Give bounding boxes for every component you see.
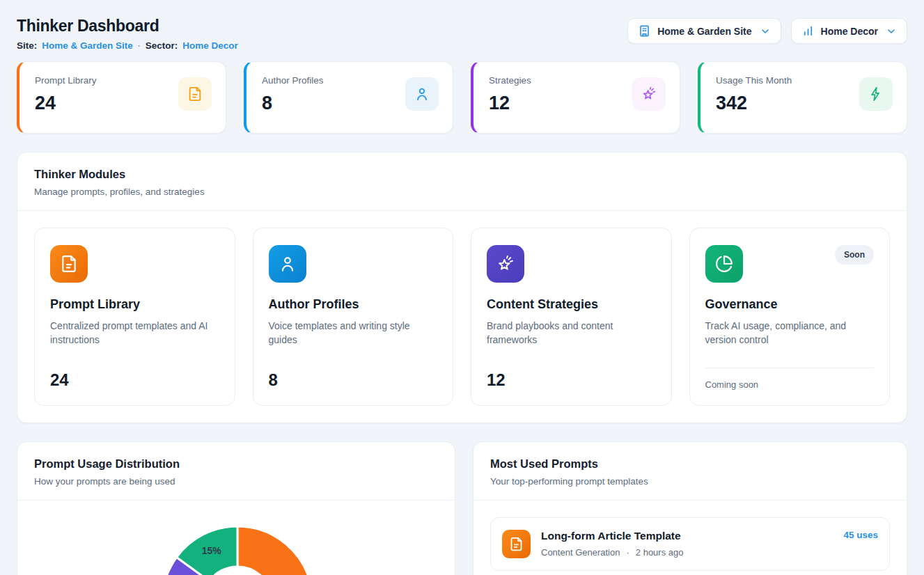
stats-row: Prompt Library 24 Author Profiles 8 Stra… [17,61,907,134]
module-icon-row [50,245,219,283]
stat-label: Strategies [489,75,531,86]
prompts-panel-header: Most Used Prompts Your top-performing pr… [473,442,907,500]
header-left: Thinker Dashboard Site: Home & Garden Si… [17,13,238,51]
module-description: Track AI usage, compliance, and version … [705,319,875,347]
module-description: Centralized prompt templates and AI inst… [50,319,219,347]
user-icon [269,245,306,283]
donut-slice[interactable] [237,526,313,575]
site-label: Site: [17,40,37,51]
prompt-category: Content Generation [541,547,620,558]
pie-chart-icon [705,245,743,283]
prompt-item-top: Long-form Article Template 45 uses [541,530,878,542]
usage-panel-title: Prompt Usage Distribution [34,457,438,471]
module-card-prompt-library[interactable]: Prompt Library Centralized prompt templa… [34,228,235,406]
usage-panel-body: 15% [17,500,455,575]
topbar: Thinker Dashboard Site: Home & Garden Si… [17,13,907,51]
chevron-down-icon [760,26,771,37]
module-title: Author Profiles [269,297,438,312]
soon-badge: Soon [835,245,874,265]
stat-label: Prompt Library [35,75,97,86]
sector-selector-value: Home Decor [821,26,878,37]
document-icon [178,77,212,111]
modules-panel-body: Prompt Library Centralized prompt templa… [17,210,907,423]
module-title: Prompt Library [50,297,219,312]
lightning-icon [859,77,893,111]
building-icon [638,24,651,38]
page-title: Thinker Dashboard [17,17,238,36]
site-selector-value: Home & Garden Site [657,26,751,37]
chevron-down-icon [886,26,897,37]
modules-panel: Thinker Modules Manage prompts, profiles… [17,152,907,423]
bar-chart-icon [801,24,815,38]
header-selectors: Home & Garden Site Home Decor [627,18,907,44]
breadcrumb-separator: · [138,41,141,51]
dashboard-page: Thinker Dashboard Site: Home & Garden Si… [0,0,924,575]
user-icon [405,77,439,111]
stat-label: Author Profiles [262,75,324,86]
stat-card-strategies: Strategies 12 [471,61,680,134]
module-description: Brand playbooks and content frameworks [487,319,656,347]
stat-value: 8 [262,93,324,114]
stat-value: 342 [716,93,792,114]
module-count: 24 [50,370,219,390]
prompt-meta-separator: · [626,547,629,558]
donut-slice-label: 15% [202,545,222,556]
stat-card-prompt-library: Prompt Library 24 [17,61,226,134]
modules-panel-title: Thinker Modules [34,168,890,181]
star-burst-icon [632,77,666,111]
sector-link[interactable]: Home Decor [182,40,238,51]
stat-text: Author Profiles 8 [262,75,324,133]
prompts-panel-subtitle: Your top-performing prompt templates [490,476,890,487]
stat-text: Strategies 12 [489,75,531,133]
prompts-panel-body: Long-form Article Template 45 uses Conte… [473,500,907,575]
prompt-item-main: Long-form Article Template 45 uses Conte… [541,530,878,558]
prompt-title: Long-form Article Template [541,530,681,542]
stat-text: Usage This Month 342 [716,75,792,133]
document-icon [502,530,531,558]
module-icon-row [269,245,438,283]
prompt-time: 2 hours ago [636,547,684,558]
module-count: 12 [487,370,656,390]
module-card-governance[interactable]: Soon Governance Track AI usage, complian… [689,228,891,406]
site-link[interactable]: Home & Garden Site [42,40,133,51]
prompt-meta: Content Generation · 2 hours ago [541,547,878,558]
star-burst-icon [487,245,524,283]
module-card-content-strategies[interactable]: Content Strategies Brand playbooks and c… [471,228,672,406]
module-title: Content Strategies [487,297,656,312]
breadcrumb: Site: Home & Garden Site · Sector: Home … [17,40,238,51]
most-used-prompts-panel: Most Used Prompts Your top-performing pr… [473,441,907,575]
modules-grid: Prompt Library Centralized prompt templa… [17,211,907,423]
prompt-uses-count: 45 uses [843,530,878,540]
usage-panel-subtitle: How your prompts are being used [34,476,438,487]
module-coming-soon: Coming soon [705,368,875,390]
module-count: 8 [269,370,438,390]
prompt-list-item[interactable]: Long-form Article Template 45 uses Conte… [490,517,890,571]
prompts-panel-title: Most Used Prompts [490,457,890,471]
module-description: Voice templates and writing style guides [269,319,438,347]
modules-panel-subtitle: Manage prompts, profiles, and strategies [34,187,890,197]
document-icon [50,245,88,283]
sector-selector-button[interactable]: Home Decor [791,18,907,44]
stat-card-author-profiles: Author Profiles 8 [244,61,453,134]
stat-value: 24 [35,93,97,114]
module-icon-row: Soon [705,245,875,283]
usage-panel-header: Prompt Usage Distribution How your promp… [17,442,455,500]
module-icon-row [487,245,656,283]
usage-donut-chart: 15% [34,502,439,575]
module-title: Governance [705,297,875,312]
usage-distribution-panel: Prompt Usage Distribution How your promp… [17,441,455,575]
sector-label: Sector: [146,40,178,51]
stat-card-usage: Usage This Month 342 [698,61,907,134]
bottom-row: Prompt Usage Distribution How your promp… [17,441,907,575]
modules-panel-header: Thinker Modules Manage prompts, profiles… [17,152,907,210]
module-card-author-profiles[interactable]: Author Profiles Voice templates and writ… [253,228,454,406]
stat-text: Prompt Library 24 [35,75,97,133]
stat-value: 12 [489,93,531,114]
stat-label: Usage This Month [716,75,792,86]
site-selector-button[interactable]: Home & Garden Site [627,18,781,44]
